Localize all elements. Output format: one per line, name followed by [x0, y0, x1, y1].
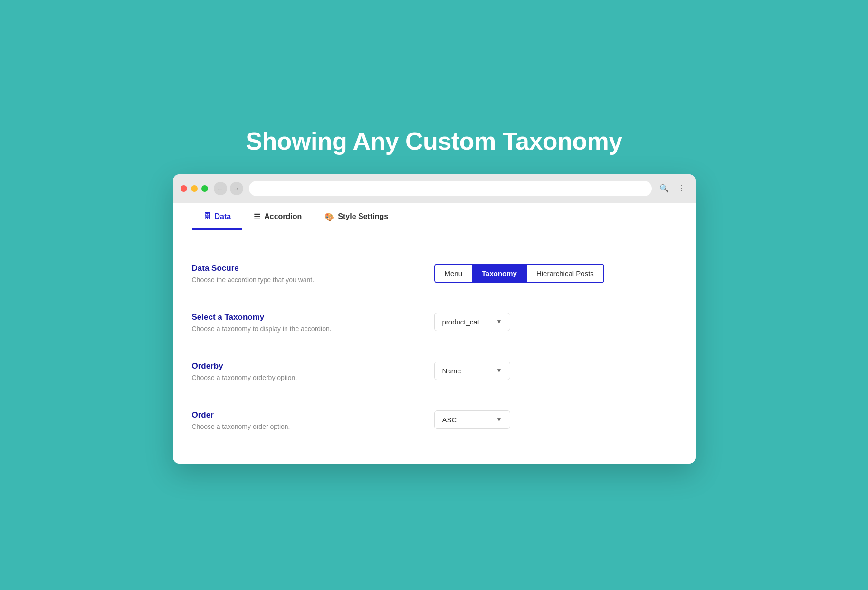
data-source-control: Menu Taxonomy Hierarchical Posts: [434, 264, 677, 283]
nav-forward-button[interactable]: →: [230, 182, 243, 195]
traffic-lights: [181, 185, 208, 192]
btn-taxonomy[interactable]: Taxonomy: [472, 265, 527, 282]
traffic-light-yellow[interactable]: [191, 185, 198, 192]
order-title: Order: [192, 410, 434, 420]
tab-accordion[interactable]: ☰ Accordion: [242, 203, 313, 230]
data-tab-icon: 🗄: [203, 212, 211, 221]
tab-style[interactable]: 🎨 Style Settings: [313, 203, 400, 230]
orderby-dropdown-value: Name: [442, 367, 461, 375]
setting-row-order: Order Choose a taxonomy order option. AS…: [192, 396, 677, 445]
more-icon[interactable]: ⋮: [675, 182, 688, 195]
address-bar[interactable]: [249, 181, 652, 196]
btn-hierarchical-posts[interactable]: Hierarchical Posts: [527, 265, 603, 282]
data-source-btn-group: Menu Taxonomy Hierarchical Posts: [434, 264, 604, 283]
nav-back-button[interactable]: ←: [214, 182, 227, 195]
accordion-tab-icon: ☰: [254, 212, 260, 221]
style-tab-icon: 🎨: [324, 212, 334, 221]
taxonomy-dropdown-arrow: ▼: [496, 318, 502, 325]
setting-label-order: Order Choose a taxonomy order option.: [192, 410, 434, 430]
orderby-dropdown[interactable]: Name ▼: [434, 362, 510, 380]
setting-row-data-source: Data Socure Choose the accordion type th…: [192, 249, 677, 298]
orderby-control: Name ▼: [434, 362, 677, 380]
data-source-desc: Choose the accordion type that you want.: [192, 276, 434, 284]
setting-label-data-source: Data Socure Choose the accordion type th…: [192, 264, 434, 284]
tabs-bar: 🗄 Data ☰ Accordion 🎨 Style Settings: [173, 203, 696, 230]
setting-row-select-taxonomy: Select a Taxonomy Choose a taxonomy to d…: [192, 298, 677, 347]
setting-row-orderby: Orderby Choose a taxonomy orderby option…: [192, 347, 677, 396]
order-control: ASC ▼: [434, 410, 677, 429]
orderby-dropdown-arrow: ▼: [496, 367, 502, 374]
taxonomy-dropdown[interactable]: product_cat ▼: [434, 313, 510, 331]
page-title: Showing Any Custom Taxonomy: [246, 127, 622, 155]
taxonomy-dropdown-value: product_cat: [442, 318, 479, 326]
browser-window: ← → 🔍 ⋮ 🗄 Data ☰ Accordion 🎨 Style Setti…: [173, 174, 696, 464]
order-dropdown-arrow: ▼: [496, 416, 502, 423]
order-dropdown-value: ASC: [442, 416, 457, 424]
tab-style-label: Style Settings: [338, 212, 388, 221]
nav-buttons: ← →: [214, 182, 243, 195]
select-taxonomy-control: product_cat ▼: [434, 313, 677, 331]
data-source-title: Data Socure: [192, 264, 434, 273]
select-taxonomy-desc: Choose a taxonomy to display in the acco…: [192, 325, 434, 333]
tab-data-label: Data: [215, 212, 231, 221]
traffic-light-red[interactable]: [181, 185, 187, 192]
order-desc: Choose a taxonomy order option.: [192, 423, 434, 430]
order-dropdown[interactable]: ASC ▼: [434, 410, 510, 429]
setting-label-orderby: Orderby Choose a taxonomy orderby option…: [192, 362, 434, 381]
btn-menu[interactable]: Menu: [435, 265, 473, 282]
browser-chrome: ← → 🔍 ⋮: [173, 174, 696, 203]
orderby-desc: Choose a taxonomy orderby option.: [192, 374, 434, 381]
setting-label-select-taxonomy: Select a Taxonomy Choose a taxonomy to d…: [192, 313, 434, 333]
settings-content: Data Socure Choose the accordion type th…: [173, 230, 696, 464]
tab-accordion-label: Accordion: [264, 212, 302, 221]
tab-data[interactable]: 🗄 Data: [192, 203, 243, 230]
search-icon[interactable]: 🔍: [658, 182, 671, 195]
orderby-title: Orderby: [192, 362, 434, 371]
browser-icons: 🔍 ⋮: [658, 182, 688, 195]
browser-content: 🗄 Data ☰ Accordion 🎨 Style Settings Data…: [173, 203, 696, 464]
traffic-light-green[interactable]: [201, 185, 208, 192]
select-taxonomy-title: Select a Taxonomy: [192, 313, 434, 322]
